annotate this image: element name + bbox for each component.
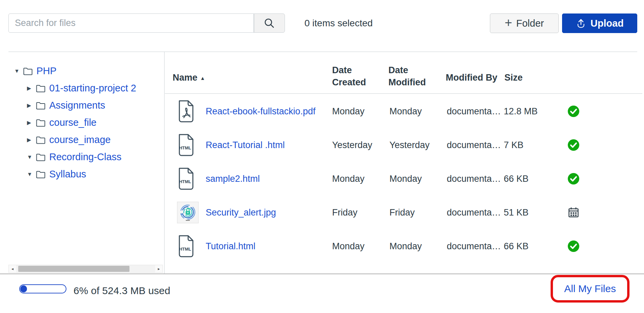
column-header-date-created[interactable]: Date Created [332,64,372,88]
add-folder-button[interactable]: + Folder [490,13,559,33]
folder-icon [36,136,46,144]
date-modified: Monday [389,106,422,117]
file-size: 12.8 MB [504,106,538,117]
table-row[interactable]: HTML React-Tutorial .html Yesterday Yest… [164,128,644,162]
table-row[interactable]: Security_alert.jpg Friday Friday documen… [164,196,644,229]
date-modified: Yesterday [389,140,430,150]
html-file-icon: HTML [177,134,195,156]
column-header-modified-by[interactable]: Modified By [446,73,497,83]
files-page: 0 items selected + Folder Upload ▼ PHP ▶ [0,0,644,313]
file-link[interactable]: sample2.html [206,174,260,184]
image-thumbnail [177,202,199,223]
folder-icon [36,102,46,110]
file-link[interactable]: Tutorial.html [206,241,256,252]
tree-item-01-starting-project-2[interactable]: ▶ 01-starting-project 2 [0,80,164,97]
file-size: 66 KB [504,241,529,252]
search-icon [264,18,275,29]
tree-item-label[interactable]: course_image [49,134,111,145]
tree-horizontal-scrollbar[interactable]: ◂ ▸ [8,265,163,273]
caret-expanded-icon[interactable]: ▼ [27,171,36,177]
column-header-date-modified[interactable]: Date Modified [388,64,432,88]
date-created: Monday [332,106,364,117]
scroll-left-icon[interactable]: ◂ [9,266,16,271]
plus-icon: + [505,16,512,29]
add-folder-label: Folder [516,18,544,29]
footer-divider [0,274,644,274]
column-header-size[interactable]: Size [504,73,523,83]
caret-collapsed-icon[interactable]: ▶ [27,85,36,91]
tree-item-label[interactable]: 01-starting-project 2 [49,83,136,94]
file-link[interactable]: React-Tutorial .html [206,140,285,150]
modified-by: documenta… [447,174,501,184]
tree-item-label[interactable]: Recording-Class [49,151,121,163]
svg-text:HTML: HTML [179,145,191,150]
folder-icon [36,153,46,161]
table-row[interactable]: React-ebook-fullstackio.pdf Monday Monda… [164,94,644,128]
tree-item-label[interactable]: Assignments [49,100,105,111]
html-file-icon: HTML [177,235,195,258]
folder-icon [36,170,46,178]
tree-item-syllabus[interactable]: ▼ Syllabus [0,166,164,183]
date-modified: Monday [389,241,422,252]
svg-text:HTML: HTML [179,179,191,184]
sort-ascending-icon: ▲ [200,75,205,81]
published-icon[interactable] [567,105,580,117]
tree-item-assignments[interactable]: ▶ Assignments [0,97,164,114]
date-created: Monday [332,241,364,252]
file-link[interactable]: Security_alert.jpg [206,207,276,218]
folder-icon [36,119,46,127]
tree-item-course-image[interactable]: ▶ course_image [0,131,164,148]
storage-quota-fill [20,285,27,292]
tree-item-label[interactable]: course_file [49,117,96,128]
html-file-icon: HTML [177,167,195,190]
calendar-icon[interactable] [567,206,580,219]
table-row[interactable]: HTML sample2.html Monday Monday document… [164,162,644,196]
published-icon[interactable] [567,240,580,252]
security-lock-thumbnail [177,202,199,223]
folder-icon [36,84,46,92]
tree-item-recording-class[interactable]: ▼ Recording-Class [0,148,164,166]
tree-item-label[interactable]: Syllabus [49,169,86,180]
storage-usage-text: 6% of 524.3 MB used [74,285,170,296]
file-size: 7 KB [504,140,524,150]
upload-button[interactable]: Upload [562,13,637,33]
upload-icon [576,18,586,29]
date-created: Friday [332,207,357,218]
selection-status: 0 items selected [304,18,373,29]
published-icon[interactable] [567,173,580,185]
published-icon[interactable] [567,139,580,151]
scrollbar-track[interactable] [16,265,155,273]
tree-item-course-file[interactable]: ▶ course_file [0,114,164,131]
caret-collapsed-icon[interactable]: ▶ [27,102,36,109]
caret-expanded-icon[interactable]: ▼ [27,154,36,160]
column-header-name[interactable]: Name▲ [173,73,205,83]
date-created: Yesterday [332,140,372,150]
date-created: Monday [332,174,364,184]
caret-collapsed-icon[interactable]: ▶ [27,137,36,143]
search-button[interactable] [254,13,285,33]
modified-by: documenta… [447,140,501,150]
tree-item-label[interactable]: PHP [36,65,57,77]
table-row[interactable]: HTML Tutorial.html Monday Monday documen… [164,229,644,263]
modified-by: documenta… [447,241,501,252]
search-input[interactable] [8,13,254,33]
folder-tree: ▼ PHP ▶ 01-starting-project 2 ▶ Assignme… [0,62,164,264]
table-header-divider [165,93,642,94]
date-modified: Friday [389,207,415,218]
file-size: 51 KB [504,207,529,218]
modified-by: documenta… [447,106,501,117]
folder-icon [23,67,33,75]
pdf-file-icon [177,100,195,123]
scroll-right-icon[interactable]: ▸ [155,266,163,271]
file-link[interactable]: React-ebook-fullstackio.pdf [206,106,316,117]
caret-collapsed-icon[interactable]: ▶ [27,119,36,126]
caret-expanded-icon[interactable]: ▼ [14,68,23,74]
upload-label: Upload [590,18,623,29]
scrollbar-thumb[interactable] [18,266,129,272]
toolbar-divider [8,52,637,52]
modified-by: documenta… [447,207,501,218]
tree-item-php[interactable]: ▼ PHP [0,62,164,80]
svg-text:HTML: HTML [179,247,191,252]
all-my-files-link[interactable]: All My Files [564,283,616,294]
storage-quota-bar [19,284,66,293]
